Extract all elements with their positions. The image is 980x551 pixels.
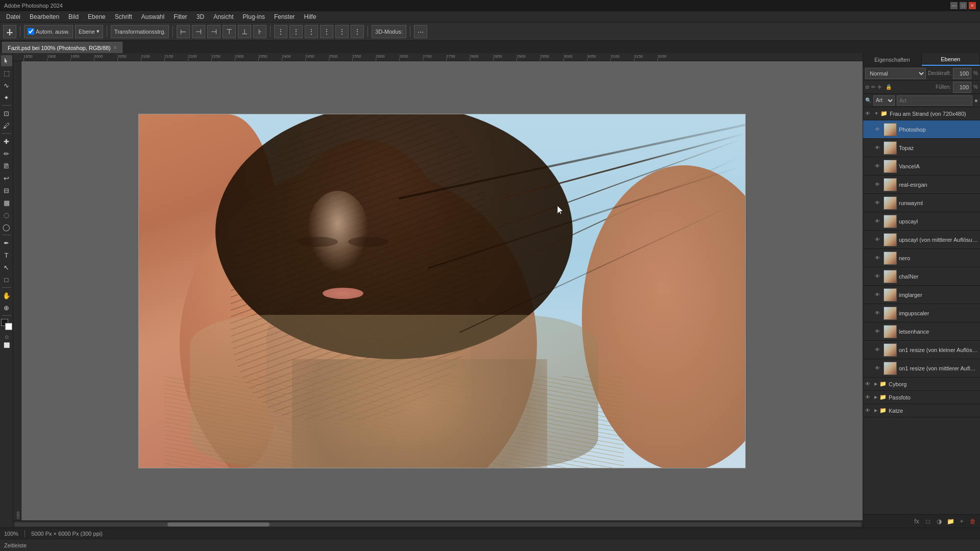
eyedropper-tool[interactable]: 🖊 [1, 120, 12, 131]
document-tab[interactable]: Fazit.psd bei 100% (Photoshop, RGB/88) × [2, 42, 122, 53]
layer-group-frau-am-strand[interactable]: 👁 ▼ 📁 Frau am Strand (von 720x480) [863, 107, 980, 120]
lock-transparent-icon[interactable]: ⊘ [865, 84, 869, 90]
add-adjustment-btn[interactable]: ◑ [934, 517, 944, 526]
menu-3d[interactable]: 3D [192, 12, 208, 21]
align-right-btn[interactable]: ⊣ [207, 25, 220, 38]
foreground-background-color[interactable] [1, 319, 12, 330]
menu-schrift[interactable]: Schrift [111, 12, 136, 21]
menu-datei[interactable]: Datei [2, 12, 24, 21]
move-tool[interactable] [1, 55, 12, 66]
zoom-tool[interactable]: ⊕ [1, 302, 12, 313]
menu-filter[interactable]: Filter [169, 12, 191, 21]
maximize-button[interactable]: □ [960, 2, 967, 9]
chevron-right-cyborg[interactable]: ▶ [874, 382, 877, 386]
opacity-input[interactable] [953, 68, 971, 79]
background-color[interactable] [5, 323, 12, 330]
layer-imglarger-visibility[interactable]: 👁 [873, 291, 881, 299]
visibility-toggle-cyborg[interactable]: 👁 [865, 381, 872, 387]
lock-position-icon[interactable]: ✛ [877, 84, 881, 90]
tab-close-icon[interactable]: × [114, 45, 117, 51]
lasso-tool[interactable]: ∿ [1, 80, 12, 91]
layer-imgupscaler[interactable]: 👁 imgupscaler [863, 304, 980, 322]
move-tool-icon[interactable] [3, 25, 16, 38]
horizontal-scrollbar[interactable] [13, 520, 863, 528]
add-layer-style-btn[interactable]: fx [912, 517, 922, 526]
layer-chainer-visibility[interactable]: 👁 [873, 272, 881, 281]
layer-nero[interactable]: 👁 nero [863, 249, 980, 267]
layer-topaz-visibility[interactable]: 👁 [873, 144, 881, 152]
marquee-tool[interactable]: ⬚ [1, 67, 12, 79]
layer-group-katze[interactable]: 👁 ▶ 📁 Katze [863, 404, 980, 417]
align-bottom-btn[interactable]: ⊦ [253, 25, 266, 38]
align-center-h-btn[interactable]: ⊣ [192, 25, 205, 38]
h-scrollbar-thumb[interactable] [167, 522, 270, 527]
distribute-left-btn[interactable]: ⋮ [274, 25, 287, 38]
menu-ansicht[interactable]: Ansicht [209, 12, 237, 21]
visibility-toggle-passfoto[interactable]: 👁 [865, 394, 872, 400]
layer-on1-small[interactable]: 👁 on1 resize (von kleiner Auflösung) [863, 341, 980, 359]
layer-upscayl-visibility[interactable]: 👁 [873, 217, 881, 226]
shape-tool[interactable]: □ [1, 274, 12, 285]
history-brush-tool[interactable]: ↩ [1, 172, 12, 184]
layer-letsenhance[interactable]: 👁 letsenhance [863, 322, 980, 341]
distribute-bottom-btn[interactable]: ⋮ [351, 25, 364, 38]
filter-toggle[interactable]: ● [974, 97, 978, 104]
h-scrollbar-track[interactable] [14, 522, 862, 527]
canvas-area[interactable] [21, 61, 863, 520]
gradient-tool[interactable]: ▦ [1, 197, 12, 208]
visibility-toggle-katze[interactable]: 👁 [865, 408, 872, 413]
layer-runwayml[interactable]: 👁 runwayml [863, 194, 980, 212]
screen-mode-btn[interactable]: ⬜ [1, 341, 12, 348]
align-top-btn[interactable]: ⊤ [223, 25, 236, 38]
filter-type-select[interactable]: Art [873, 95, 895, 106]
layer-imgupscaler-visibility[interactable]: 👁 [873, 309, 881, 317]
close-button[interactable]: ✕ [969, 2, 976, 9]
auto-select-input[interactable] [28, 28, 34, 35]
more-options-btn[interactable]: ··· [414, 25, 427, 38]
distribute-center-v-btn[interactable]: ⋮ [335, 25, 349, 38]
layers-search-input[interactable] [897, 95, 972, 106]
healing-tool[interactable]: ✚ [1, 136, 12, 147]
add-mask-btn[interactable]: □ [923, 517, 933, 526]
blend-mode-select[interactable]: Normal [865, 68, 926, 79]
layer-on1-mid-visibility[interactable]: 👁 [873, 364, 881, 372]
new-layer-btn[interactable]: + [957, 517, 967, 526]
chevron-right-passfoto[interactable]: ▶ [874, 395, 877, 399]
menu-bearbeiten[interactable]: Bearbeiten [26, 12, 63, 21]
text-tool[interactable]: T [1, 249, 12, 261]
layer-photoshop[interactable]: 👁 Photoshop [863, 120, 980, 139]
crop-tool[interactable]: ⊡ [1, 108, 12, 119]
lock-all-icon[interactable]: 🔒 [886, 84, 892, 90]
layer-runwayml-visibility[interactable]: 👁 [873, 199, 881, 207]
menu-hilfe[interactable]: Hilfe [300, 12, 321, 21]
3d-mode-btn[interactable]: 3D-Modus: [372, 25, 406, 38]
pen-tool[interactable]: ✒ [1, 237, 12, 248]
auto-select-checkbox[interactable]: Autom. ausw. [24, 25, 73, 38]
menu-fenster[interactable]: Fenster [270, 12, 299, 21]
layer-vanceia[interactable]: 👁 VanceIA [863, 157, 980, 176]
transform-control-btn[interactable]: Transformationsstrg. [111, 25, 169, 38]
distribute-center-btn[interactable]: ⋮ [289, 25, 303, 38]
layer-letsenhance-visibility[interactable]: 👁 [873, 328, 881, 336]
layer-topaz[interactable]: 👁 Topaz [863, 139, 980, 157]
layer-upscayl-mid[interactable]: 👁 upscayl (von mittlerer Auflösung) [863, 231, 980, 249]
align-center-v-btn[interactable]: ⊥ [238, 25, 251, 38]
menu-auswahl[interactable]: Auswahl [137, 12, 168, 21]
visibility-toggle-group[interactable]: 👁 [865, 111, 872, 116]
dodge-tool[interactable]: ◯ [1, 221, 12, 233]
minimize-button[interactable]: — [950, 2, 958, 9]
layer-on1-small-visibility[interactable]: 👁 [873, 346, 881, 354]
tab-layers[interactable]: Ebenen [922, 53, 981, 66]
layer-on1-mid[interactable]: 👁 on1 resize (von mittlerer Auflösung) [863, 359, 980, 378]
layer-chainer[interactable]: 👁 chaîNer [863, 267, 980, 286]
layer-upscayl[interactable]: 👁 upscayl [863, 212, 980, 231]
layer-group-passfoto[interactable]: 👁 ▶ 📁 Passfoto [863, 391, 980, 404]
layer-dropdown-btn[interactable]: Ebene ▾ [75, 25, 103, 38]
eraser-tool[interactable]: ⊟ [1, 185, 12, 196]
layer-upscayl-mid-visibility[interactable]: 👁 [873, 236, 881, 244]
delete-layer-btn[interactable]: 🗑 [968, 517, 978, 526]
blur-tool[interactable]: ◌ [1, 209, 12, 220]
fill-input[interactable] [953, 82, 971, 93]
menu-bild[interactable]: Bild [64, 12, 83, 21]
chevron-down-group[interactable]: ▼ [874, 111, 878, 116]
